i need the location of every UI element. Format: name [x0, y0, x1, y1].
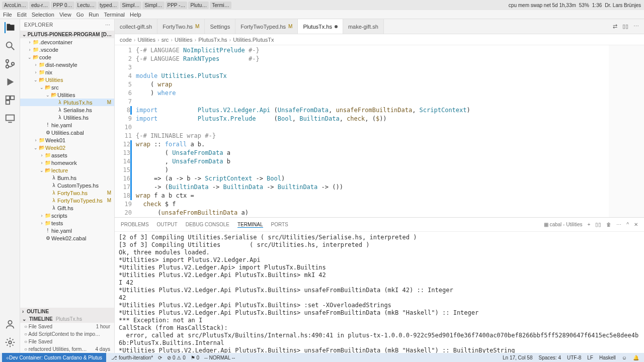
- tree-item[interactable]: ⚙ Week02.cabal: [20, 234, 114, 242]
- tree-item[interactable]: ›📁 dist-newstyle: [20, 61, 114, 68]
- notifications-icon[interactable]: 🔔: [633, 355, 639, 360]
- tree-item[interactable]: ⌄📂 Week02: [20, 144, 114, 151]
- gear-icon[interactable]: [5, 337, 16, 348]
- panel-tab-output[interactable]: OUTPUT: [157, 222, 178, 227]
- split-terminal-icon[interactable]: ▯▯: [595, 222, 601, 227]
- breadcrumb-segment[interactable]: src: [162, 37, 169, 43]
- maximize-panel-icon[interactable]: ^: [626, 222, 629, 227]
- feedback-icon[interactable]: ☺: [622, 355, 627, 360]
- tree-item[interactable]: λ Burn.hs: [20, 174, 114, 182]
- tree-item[interactable]: ›📁 tests: [20, 219, 114, 227]
- kill-terminal-icon[interactable]: 🗑: [606, 222, 611, 227]
- panel-tab-problems[interactable]: PROBLEMS: [121, 222, 149, 227]
- tree-item[interactable]: ⌄📂 src: [20, 83, 114, 91]
- sync-icon[interactable]: ⟳: [158, 355, 162, 360]
- tree-item[interactable]: ›📁 .devcontainer: [20, 38, 114, 46]
- app-menubar[interactable]: FileEditSelectionViewGoRunTerminalHelp: [0, 10, 644, 19]
- os-window-tab[interactable]: Plutu…: [188, 2, 209, 9]
- menu-help[interactable]: Help: [130, 12, 141, 18]
- problems-indicator[interactable]: ⊘ 0 ⚠ 0: [167, 355, 185, 360]
- menu-run[interactable]: Run: [89, 12, 99, 18]
- indentation[interactable]: Spaces: 4: [538, 355, 560, 360]
- os-window-tab[interactable]: Lectu…: [75, 2, 97, 9]
- account-icon[interactable]: [5, 319, 16, 330]
- new-terminal-icon[interactable]: +: [587, 222, 590, 227]
- timeline-item[interactable]: ○ refactored Utilities, form…4 days: [20, 345, 114, 353]
- menu-selection[interactable]: Selection: [32, 12, 54, 18]
- editor-tab[interactable]: collect-gift.sh: [115, 19, 157, 34]
- eol[interactable]: LF: [587, 355, 593, 360]
- breadcrumb-segment[interactable]: Utilities.PlutusTx: [233, 37, 274, 43]
- compare-changes-icon[interactable]: ⇄: [613, 23, 617, 30]
- tree-item[interactable]: ›📁 .vscode: [20, 46, 114, 53]
- more-actions-icon[interactable]: ⋯: [633, 23, 639, 30]
- outline-section[interactable]: › OUTLINE: [20, 308, 114, 315]
- hints-indicator[interactable]: ⚑ 0: [191, 355, 199, 360]
- menu-terminal[interactable]: Terminal: [104, 12, 125, 18]
- search-icon[interactable]: [5, 40, 16, 51]
- panel-tab-debug-console[interactable]: DEBUG CONSOLE: [186, 222, 229, 227]
- language-mode[interactable]: Haskell: [599, 355, 616, 360]
- tree-item[interactable]: ⌄📂 Utilities: [20, 76, 114, 83]
- tree-item[interactable]: ›📁 assets: [20, 151, 114, 159]
- os-window-tab[interactable]: PPP 0…: [51, 2, 74, 9]
- extensions-icon[interactable]: [5, 95, 16, 106]
- timeline-section[interactable]: ⌄ TIMELINE PlutusTx.hs: [20, 315, 114, 323]
- timeline-item[interactable]: ○ File Saved1 hour: [20, 323, 114, 330]
- menu-edit[interactable]: Edit: [17, 12, 27, 18]
- editor-tab[interactable]: Settings: [205, 19, 235, 34]
- tree-item[interactable]: ⌄📂 Utilities: [20, 91, 114, 99]
- tree-item[interactable]: λ FortyTwo.hsM: [20, 189, 114, 197]
- tree-item[interactable]: ⌄📂 code: [20, 53, 114, 61]
- editor-tab[interactable]: FortyTwo.hsM: [157, 19, 205, 34]
- tree-item[interactable]: ⚙ Utilities.cabal: [20, 129, 114, 136]
- breadcrumb-segment[interactable]: PlutusTx.hs: [198, 37, 227, 43]
- tree-item[interactable]: ! hie.yaml: [20, 227, 114, 234]
- os-window-tab[interactable]: PPP -…: [166, 2, 188, 9]
- menu-view[interactable]: View: [59, 12, 71, 18]
- tree-item[interactable]: λ FortyTwoTyped.hsM: [20, 197, 114, 204]
- os-window-tab[interactable]: Simpl…: [142, 2, 164, 9]
- tree-item[interactable]: ›📁 Week01: [20, 136, 114, 144]
- git-branch[interactable]: ⎇ fourth-iteration*: [111, 355, 153, 360]
- tree-item[interactable]: ! hie.yaml: [20, 121, 114, 129]
- os-window-tab[interactable]: Termi…: [210, 2, 231, 9]
- tree-item[interactable]: λ Gift.hs: [20, 204, 114, 212]
- tree-item[interactable]: λ CustomTypes.hs: [20, 182, 114, 189]
- tree-item[interactable]: λ Utilities.hs: [20, 114, 114, 121]
- panel-tab-ports[interactable]: PORTS: [271, 222, 288, 227]
- tree-item[interactable]: ›📁 nix: [20, 68, 114, 76]
- workspace-folder[interactable]: ⌄ PLUTUS-PIONEER-PROGRAM [DEV CONTA…: [20, 31, 114, 38]
- os-window-tab[interactable]: Simpl…: [120, 2, 141, 9]
- tree-item[interactable]: ›📁 homework: [20, 159, 114, 166]
- close-panel-icon[interactable]: ✕: [634, 222, 638, 227]
- timeline-item[interactable]: ○ File Saved: [20, 338, 114, 345]
- tree-item[interactable]: ›📁 scripts: [20, 212, 114, 219]
- remote-explorer-icon[interactable]: [5, 113, 16, 124]
- panel-tab-terminal[interactable]: TERMINAL: [237, 222, 263, 228]
- code-editor[interactable]: 12345678910111213141516171819202122 {-# …: [115, 45, 644, 217]
- source-control-icon[interactable]: [5, 58, 16, 69]
- os-window-tab[interactable]: edu-r…: [29, 2, 50, 9]
- breadcrumb-segment[interactable]: code: [120, 37, 132, 43]
- timeline-item[interactable]: ○ Add ScriptContext to the impo…: [20, 330, 114, 338]
- terminal-task-label[interactable]: ▦ cabal - Utilities: [544, 222, 583, 227]
- more-icon[interactable]: ⋯: [616, 222, 621, 227]
- encoding[interactable]: UTF-8: [567, 355, 581, 360]
- remote-indicator[interactable]: ⟐ Dev Container: Custom Cardano & Plutus: [2, 353, 106, 362]
- breadcrumb-segment[interactable]: Utilities: [138, 37, 155, 43]
- split-editor-icon[interactable]: ▯▯: [622, 23, 628, 30]
- menu-file[interactable]: File: [3, 12, 12, 18]
- breadcrumb[interactable]: code›Utilities›src›Utilities›PlutusTx.hs…: [115, 34, 644, 45]
- os-window-tab[interactable]: typed…: [98, 2, 119, 9]
- editor-tab[interactable]: PlutusTx.hs: [298, 19, 343, 34]
- more-icon[interactable]: ⋯: [105, 22, 110, 28]
- run-debug-icon[interactable]: [5, 76, 16, 87]
- editor-tab[interactable]: make-gift.sh: [343, 19, 384, 34]
- tree-item[interactable]: λ PlutusTx.hsM: [20, 99, 114, 106]
- cursor-position[interactable]: Ln 17, Col 58: [503, 355, 533, 360]
- breadcrumb-segment[interactable]: Utilities: [175, 37, 192, 43]
- menu-go[interactable]: Go: [76, 12, 84, 18]
- os-window-tab[interactable]: ArcoLinux: [2, 2, 28, 9]
- tree-item[interactable]: λ Serialise.hs: [20, 106, 114, 114]
